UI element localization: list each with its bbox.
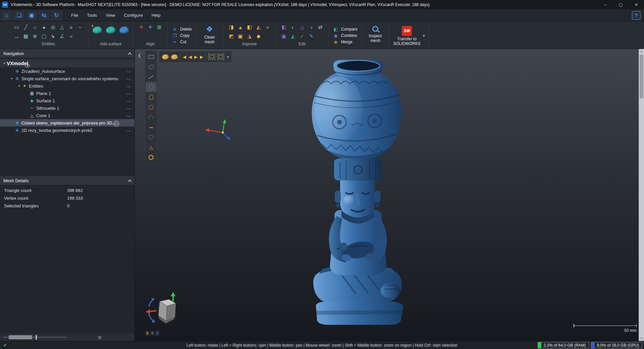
manual-surface-icon[interactable] [119,27,129,34]
tree-item-silhouette-1[interactable]: ~Silhouette 1 [0,104,135,112]
visibility-toggle-icon[interactable] [126,114,131,117]
width-icon[interactable]: ↔ [13,32,21,40]
close-button[interactable]: ✕ [629,0,644,9]
delete-button[interactable]: ✕Delete [172,27,192,32]
rounded-rectangle-tool[interactable] [146,82,156,92]
export-session-icon[interactable]: ↻ [51,10,62,20]
angle-icon[interactable]: ∠ [58,32,66,40]
tree-item-entities[interactable]: ▾✦Entities [0,82,135,90]
previous-patch-arrow-icon[interactable]: ◀ [189,54,192,59]
tree-item-cone-1[interactable]: △Cone 1 [0,112,135,119]
arrow-icon[interactable]: ↳ [49,32,57,40]
last-patch-arrow-icon[interactable]: ▶ [200,54,203,59]
refine-icon[interactable]: ≈ [264,23,272,31]
sculpt-icon[interactable]: ✎ [307,32,315,40]
visibility-toggle-icon[interactable] [25,64,30,67]
rectangle-icon[interactable]: ▢ [40,32,48,40]
tree-item-surface-1[interactable]: ◆Surface 1 [0,97,135,104]
wave-tool[interactable]: ∼ [146,122,156,132]
copy-button[interactable]: ❐Copy [172,33,192,38]
clean-mesh-button[interactable]: ❖Clean mesh [200,23,219,45]
tree-item-zrcadleni[interactable]: ⊕Zrcadleni_Autosurface [0,67,135,75]
mesh-details-header[interactable]: Mesh Details [0,176,135,185]
list-view-icon[interactable]: ≣ [98,335,102,340]
tree-item-cisteni[interactable]: ⊕Cisteni skenu_zaplatovani der_priprava … [0,119,135,127]
capsule-tool[interactable] [146,92,156,102]
shell-icon[interactable]: △ [298,23,306,31]
spike-filter-icon[interactable]: ▲ [236,23,245,31]
slider-handle[interactable] [36,335,37,340]
maximize-button[interactable]: ▢ [613,0,629,9]
inspect-button[interactable]: Inspect mesh [366,23,385,43]
zoom-selection-icon[interactable] [208,54,215,60]
slider-thumb[interactable] [9,335,32,339]
rectangle-selection-tool[interactable] [146,52,156,61]
tree-item-plane-1[interactable]: ▦Plane 1 [0,90,135,97]
show-patch-icon[interactable] [171,54,178,59]
align-points-icon[interactable]: ✛ [137,23,145,31]
visibility-toggle-icon[interactable] [126,100,131,102]
mirror-icon[interactable]: ⇄ [316,23,324,31]
transparency-slider[interactable] [3,337,67,338]
defeature-icon[interactable]: ◩ [227,32,235,40]
half-dome-tool[interactable] [146,112,156,122]
zoom-all-icon[interactable] [217,54,224,60]
menu-file[interactable]: File [67,9,83,21]
scroll-down-icon[interactable]: ▼ [639,336,644,341]
expand-chevron-icon[interactable]: ▾ [9,77,14,80]
hexagon-patch-tool[interactable] [146,153,156,162]
split-icon[interactable]: ◧ [280,23,288,31]
navigation-cube[interactable] [144,292,181,330]
scrollbar-track[interactable] [639,54,644,336]
line-icon[interactable]: ╱ [22,23,30,31]
boundary-icon[interactable]: ▣ [236,32,245,40]
optimize-icon[interactable]: ◆ [255,32,263,40]
triangle-patch-tool[interactable]: △ [146,143,156,152]
transfer-dropdown-icon[interactable]: ▾ [423,34,425,38]
new-session-icon[interactable]: ❏ [13,10,25,20]
visibility-toggle-icon[interactable] [126,78,131,80]
visibility-toggle-icon[interactable] [126,107,131,109]
dome-tool[interactable] [146,102,156,112]
validate-icon[interactable]: ✓ [298,32,306,40]
sidebar-collapse-icon[interactable]: ❮ [138,53,141,58]
smooth-mesh-icon[interactable]: ◧ [246,23,254,31]
visibility-toggle-icon[interactable] [126,85,131,87]
bridge-tool[interactable] [146,133,156,142]
import-session-icon[interactable]: ⇆ [38,10,50,20]
tree-item-2d-rezy[interactable]: ⊕2D rezy_tvorba geometrických prvků [0,127,135,134]
circle-icon[interactable]: ○ [31,23,39,31]
viewport-3d[interactable]: ❮ ∼△ ◀◀▶▶▾ [135,49,639,341]
help-icon[interactable]: ? [632,11,641,20]
fill-holes-icon[interactable]: ◨ [227,23,235,31]
align-grid-icon[interactable]: ⊞ [155,23,163,31]
tree-item-vxmodel[interactable]: ▾VXmodel [0,59,135,67]
merge-button[interactable]: ⊕Merge [333,40,358,45]
spline-icon[interactable]: ~ [76,23,84,31]
visibility-toggle-icon[interactable] [126,92,131,95]
cut-button[interactable]: ✂Cut [172,40,192,45]
ellipse-icon[interactable]: ◎ [49,23,57,31]
first-patch-arrow-icon[interactable]: ◀ [183,54,186,59]
curve-icon[interactable]: ≈ [67,32,75,40]
menu-configure[interactable]: Configure [119,9,147,21]
auto-surface-icon[interactable]: ✦ [93,27,102,34]
extend-icon[interactable]: ◭ [289,32,297,40]
triangle-entity-icon[interactable]: △ [58,23,66,31]
connect-selection-tool[interactable] [146,72,156,82]
free-form-selection-tool[interactable] [146,62,156,71]
cut-plane-icon[interactable]: ▣ [280,32,288,40]
grid-icon[interactable]: ▦ [22,32,30,40]
sphere-icon[interactable]: ⊕ [31,32,39,40]
compare-button[interactable]: ◧Compare [333,27,358,32]
extract-icon[interactable]: ◐ [289,23,297,31]
sharpen-icon[interactable]: ◮ [246,32,254,40]
transfer-button[interactable]: SWTransfer to SOLIDWORKS [393,25,421,46]
statue-model[interactable] [306,59,407,326]
scrollbar-thumb[interactable] [640,55,643,98]
collapse-chevron-icon[interactable] [128,180,131,183]
align-mesh-icon[interactable]: ✛ [146,23,154,31]
visibility-toggle-icon[interactable] [126,129,131,132]
minimize-button[interactable]: – [598,0,613,9]
save-session-icon[interactable]: ▣ [26,10,37,20]
